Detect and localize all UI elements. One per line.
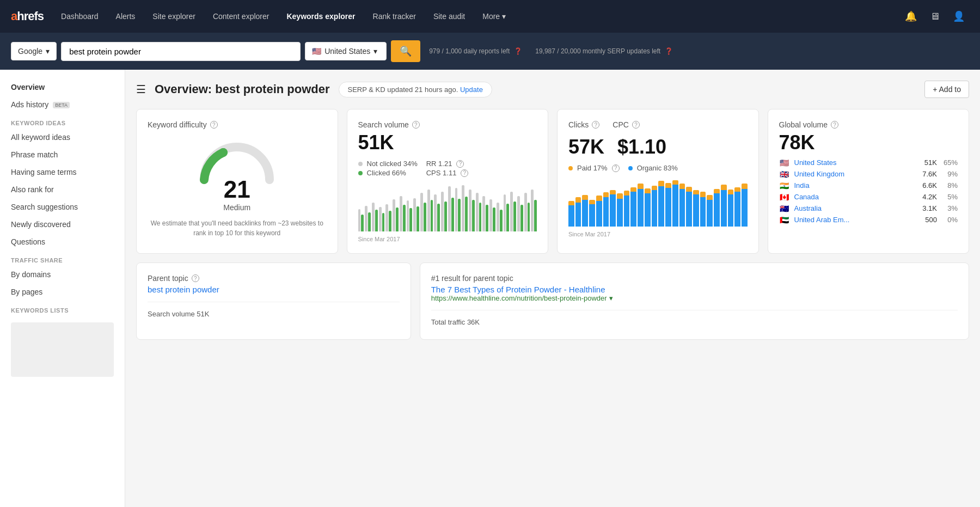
nav-site-explorer[interactable]: Site explorer (146, 8, 202, 25)
add-to-button[interactable]: + Add to (924, 81, 969, 98)
clicks-bar-paid (742, 184, 748, 189)
logo[interactable]: ahrefs (11, 9, 44, 23)
tr-page-title[interactable]: The 7 Best Types of Protein Powder - Hea… (431, 285, 605, 294)
clicks-bar-group (714, 189, 720, 227)
cards-grid: Keyword difficulty ? 21 Medium (136, 109, 969, 254)
user-icon[interactable]: 👤 (948, 6, 969, 27)
clicks-bar-organic (658, 186, 664, 227)
sv-bar-group (385, 204, 391, 231)
question-icon-2[interactable]: ❓ (665, 47, 673, 55)
nav-dashboard[interactable]: Dashboard (54, 8, 105, 25)
clicks-bar-organic (617, 199, 623, 227)
clicks-info-icon[interactable]: ? (592, 121, 599, 129)
search-button[interactable]: 🔍 (391, 40, 420, 62)
sv-bar-green (465, 197, 468, 231)
sv-title: Search volume ? (358, 120, 537, 129)
sidebar-item-overview[interactable]: Overview (0, 78, 125, 96)
sidebar-item-all-keywords[interactable]: All keyword ideas (0, 129, 125, 146)
hamburger-icon[interactable]: ☰ (136, 83, 146, 96)
cpc-info-icon[interactable]: ? (632, 121, 640, 129)
sv-bar-green (451, 198, 454, 231)
kd-info-icon[interactable]: ? (210, 121, 218, 129)
country-name[interactable]: United Arab Em... (794, 216, 921, 224)
nav-content-explorer[interactable]: Content explorer (206, 8, 276, 25)
country-name[interactable]: Australia (794, 204, 918, 212)
sidebar-item-by-pages[interactable]: By pages (0, 283, 125, 301)
country-name[interactable]: United States (794, 158, 920, 167)
sv-value: 51K (358, 131, 537, 154)
clicks-bar-group (658, 181, 664, 227)
nav-more[interactable]: More ▾ (476, 8, 512, 25)
sidebar-item-newly-discovered[interactable]: Newly discovered (0, 216, 125, 233)
sv-bar-group (497, 203, 503, 231)
tr-title: #1 result for parent topic (431, 274, 958, 283)
pt-link[interactable]: best protein powder (148, 285, 219, 294)
update-link[interactable]: Update (460, 85, 483, 94)
bar-stack (672, 180, 678, 227)
monitor-icon[interactable]: 🖥 (926, 7, 944, 27)
clicks-bar-paid (721, 185, 727, 190)
clicks-bar-chart (568, 178, 748, 227)
nav-site-audit[interactable]: Site audit (427, 8, 471, 25)
sidebar-item-ads-history[interactable]: Ads history BETA (0, 96, 125, 113)
sidebar-item-search-suggestions[interactable]: Search suggestions (0, 198, 125, 216)
search-input[interactable] (61, 42, 301, 61)
clicks-value: 57K (568, 136, 604, 158)
clicks-bar-group (603, 192, 609, 227)
country-select[interactable]: 🇺🇸 United States ▾ (305, 42, 387, 60)
dropdown-icon[interactable]: ▾ (609, 294, 613, 302)
country-pct: 0% (941, 216, 958, 224)
question-icon-1[interactable]: ❓ (514, 47, 522, 55)
country-name[interactable]: United Kingdom (794, 170, 918, 178)
kd-value: 21 (148, 176, 327, 203)
notification-icon[interactable]: 🔔 (901, 6, 921, 27)
paid-stat: Paid 17% ? (568, 164, 620, 172)
sidebar-item-also-rank[interactable]: Also rank for (0, 181, 125, 198)
nav-rank-tracker[interactable]: Rank tracker (366, 8, 422, 25)
update-notice-text: SERP & KD updated 21 hours ago. (348, 85, 458, 94)
clicks-bar-group (679, 184, 685, 227)
bar-stack (721, 185, 727, 227)
sv-bar-gray (517, 196, 520, 231)
kd-label: Medium (148, 203, 327, 212)
nav-keywords-explorer[interactable]: Keywords explorer (280, 8, 362, 25)
sidebar-item-questions[interactable]: Questions (0, 233, 125, 251)
sv-info-icon[interactable]: ? (412, 121, 420, 129)
rr-info-icon[interactable]: ? (456, 160, 464, 168)
sv-bar-green (368, 212, 371, 231)
clicks-bar-group (728, 190, 734, 227)
clicks-bar-paid (707, 195, 713, 200)
country-name[interactable]: Canada (794, 193, 918, 201)
kd-card-title: Keyword difficulty ? (148, 120, 327, 129)
sidebar-item-by-domains[interactable]: By domains (0, 266, 125, 283)
tr-url-text: https://www.healthline.com/nutrition/bes… (431, 294, 607, 302)
engine-select[interactable]: Google ▾ (11, 42, 57, 60)
sv-bar-green (528, 203, 530, 231)
country-name[interactable]: India (794, 181, 918, 190)
pt-info-icon[interactable]: ? (192, 274, 199, 282)
sv-bar-group (400, 196, 406, 231)
clicks-bar-group (610, 190, 616, 227)
gv-info-icon[interactable]: ? (831, 121, 838, 129)
sv-bar-group (504, 194, 510, 231)
clicks-bar-organic (610, 194, 616, 227)
sv-bar-group (469, 190, 475, 231)
cpc-title: CPC ? (612, 120, 640, 129)
sv-bar-gray (372, 203, 375, 231)
paid-info-icon[interactable]: ? (612, 164, 620, 172)
sidebar-item-phrase-match[interactable]: Phrase match (0, 146, 125, 163)
sv-bar-group (365, 206, 371, 231)
nav-alerts[interactable]: Alerts (109, 8, 142, 25)
sv-bar-group (510, 192, 516, 231)
ads-history-label: Ads history (11, 100, 48, 109)
clicks-bar-group (693, 190, 699, 227)
cps-info-icon[interactable]: ? (461, 169, 468, 177)
cpc-title-text: CPC (612, 120, 629, 129)
organic-dot (628, 166, 633, 170)
bar-stack (596, 196, 602, 227)
clicks-bar-organic (672, 185, 678, 227)
country-flag-icon: 🇬🇧 (779, 170, 790, 178)
sidebar-item-same-terms[interactable]: Having same terms (0, 163, 125, 181)
bar-stack (617, 193, 623, 227)
clicks-bar-paid (589, 200, 595, 204)
